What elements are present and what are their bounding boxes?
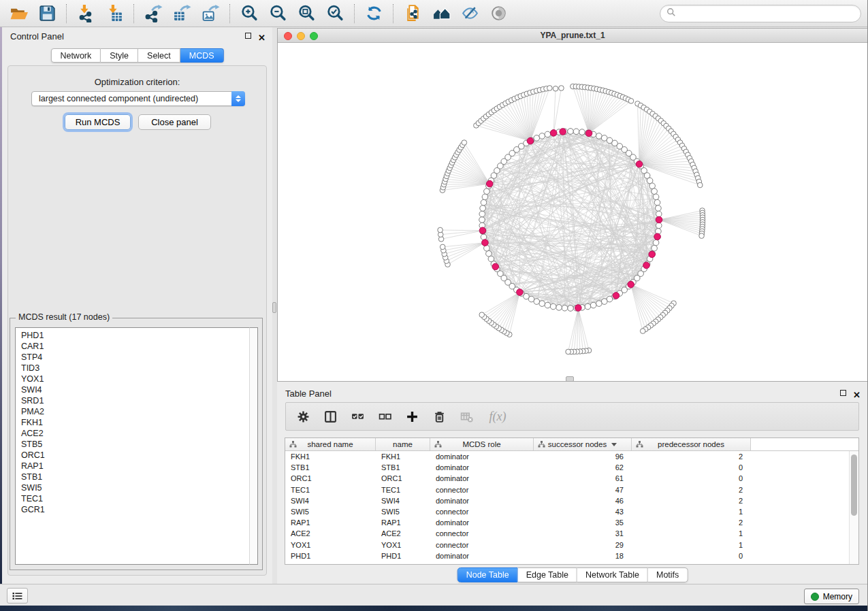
cell[interactable]: 47 — [534, 484, 632, 495]
tab-select[interactable]: Select — [138, 48, 180, 63]
cell[interactable]: 2 — [632, 451, 751, 462]
cell[interactable]: 2 — [632, 484, 751, 495]
mcds-result-item[interactable]: PHD1 — [16, 330, 249, 341]
tab-motifs[interactable]: Motifs — [648, 567, 688, 582]
cell[interactable]: YOX1 — [376, 540, 430, 550]
cell[interactable]: 2 — [632, 517, 751, 528]
open-file-button[interactable] — [7, 3, 30, 24]
minimize-window-icon[interactable] — [297, 32, 305, 40]
cell[interactable]: connector — [430, 540, 534, 550]
table-row[interactable]: YOX1YOX1connector291 — [285, 540, 849, 550]
cell[interactable]: 0 — [632, 550, 751, 561]
import-table-button[interactable] — [103, 3, 126, 24]
cell[interactable]: dominator — [430, 451, 534, 462]
table-row[interactable]: TEC1TEC1connector472 — [285, 484, 849, 495]
table-row[interactable]: SWI5SWI5connector431 — [285, 506, 849, 517]
close-panel-button[interactable]: Close panel — [138, 114, 211, 130]
table-row[interactable]: SWI4SWI4dominator462 — [285, 495, 849, 506]
close-window-icon[interactable] — [284, 32, 292, 40]
cell[interactable]: ORC1 — [285, 473, 376, 484]
table-row[interactable]: STB1STB1dominator620 — [285, 462, 849, 473]
deselect-all-button[interactable] — [377, 408, 392, 425]
column-header-name[interactable]: name — [376, 438, 430, 450]
mcds-result-item[interactable]: PMA2 — [16, 406, 249, 417]
mcds-result-item[interactable]: GCR1 — [16, 504, 249, 515]
zoom-out-button[interactable] — [266, 3, 289, 24]
column-header-shared-name[interactable]: shared name — [285, 438, 376, 450]
mcds-result-item[interactable]: ORC1 — [16, 450, 249, 461]
column-header-successor-nodes[interactable]: successor nodes — [534, 438, 632, 450]
save-session-button[interactable] — [35, 3, 59, 24]
mcds-result-item[interactable]: TEC1 — [16, 493, 249, 504]
cell[interactable]: 1 — [632, 528, 751, 539]
cell[interactable]: STB1 — [376, 462, 430, 473]
export-image-button[interactable] — [199, 3, 222, 24]
network-canvas[interactable] — [278, 43, 867, 381]
import-network-button[interactable] — [74, 3, 97, 24]
table-row[interactable]: PHD1PHD1dominator180 — [285, 550, 849, 561]
mcds-result-item[interactable]: ACE2 — [16, 428, 249, 439]
cell[interactable]: SWI4 — [376, 495, 430, 506]
cell[interactable]: 43 — [534, 506, 632, 517]
mcds-result-item[interactable]: TID3 — [16, 363, 249, 374]
mcds-result-item[interactable]: FKH1 — [16, 417, 249, 428]
zoom-selected-button[interactable] — [323, 3, 347, 24]
cell[interactable]: 31 — [534, 528, 632, 539]
maximize-window-icon[interactable] — [310, 32, 318, 40]
cell[interactable]: SWI4 — [285, 495, 376, 506]
table-row[interactable]: FKH1FKH1dominator962 — [285, 451, 849, 462]
table-scrollbar[interactable] — [849, 451, 858, 564]
mcds-result-item[interactable]: STB5 — [16, 439, 249, 450]
cell[interactable]: 96 — [534, 451, 632, 462]
settings-gear-button[interactable] — [295, 408, 310, 425]
cell[interactable]: dominator — [430, 473, 534, 484]
float-panel-icon[interactable] — [245, 33, 251, 39]
select-all-button[interactable] — [350, 408, 365, 425]
result-scrollbar[interactable] — [249, 327, 258, 565]
tab-style[interactable]: Style — [101, 48, 138, 63]
column-header-predecessor-nodes[interactable]: predecessor nodes — [632, 438, 751, 450]
mcds-result-item[interactable]: SWI4 — [16, 384, 249, 395]
close-panel-icon[interactable] — [258, 29, 266, 47]
cell[interactable]: ACE2 — [285, 528, 376, 539]
mcds-result-item[interactable]: STB1 — [16, 472, 249, 482]
show-columns-button[interactable] — [323, 408, 338, 425]
cell[interactable]: STB1 — [285, 462, 376, 473]
search-input[interactable] — [679, 8, 854, 19]
cell[interactable]: PHD1 — [285, 550, 376, 561]
float-table-panel-icon[interactable] — [840, 390, 846, 396]
criterion-select[interactable]: largest connected component (undirected) — [31, 91, 245, 106]
cell[interactable]: ACE2 — [376, 528, 430, 539]
cell[interactable]: 1 — [632, 506, 751, 517]
table-row[interactable]: ACE2ACE2connector311 — [285, 528, 849, 539]
table-row[interactable]: RAP1RAP1dominator352 — [285, 517, 849, 528]
column-header-MCDS-role[interactable]: MCDS role — [430, 438, 534, 450]
cell[interactable]: 29 — [534, 540, 632, 550]
cell[interactable]: RAP1 — [376, 517, 430, 528]
export-network-button[interactable] — [142, 3, 165, 24]
tab-edge-table[interactable]: Edge Table — [518, 567, 577, 582]
cell[interactable]: 0 — [632, 462, 751, 473]
mcds-result-item[interactable]: CAR1 — [16, 341, 249, 352]
cell[interactable]: FKH1 — [285, 451, 376, 462]
mcds-result-item[interactable]: SRD1 — [16, 395, 249, 406]
cell[interactable]: FKH1 — [376, 451, 430, 462]
run-mcds-button[interactable]: Run MCDS — [65, 114, 131, 130]
cell[interactable]: ORC1 — [376, 473, 430, 484]
eye-button[interactable] — [487, 3, 510, 24]
zoom-fit-button[interactable] — [295, 3, 318, 24]
export-table-button[interactable] — [170, 3, 193, 24]
cell[interactable]: YOX1 — [285, 540, 376, 550]
cell[interactable]: SWI5 — [285, 506, 376, 517]
tab-mcds[interactable]: MCDS — [180, 48, 224, 63]
mcds-result-item[interactable]: STP4 — [16, 352, 249, 363]
cell[interactable]: TEC1 — [285, 484, 376, 495]
cell[interactable]: 0 — [632, 473, 751, 484]
cell[interactable]: RAP1 — [285, 517, 376, 528]
cell[interactable]: 62 — [534, 462, 632, 473]
cell[interactable]: connector — [430, 528, 534, 539]
tab-node-table[interactable]: Node Table — [457, 567, 518, 582]
table-row[interactable]: ORC1ORC1dominator610 — [285, 473, 849, 484]
cell[interactable]: 46 — [534, 495, 632, 506]
show-panels-button[interactable] — [7, 588, 28, 604]
